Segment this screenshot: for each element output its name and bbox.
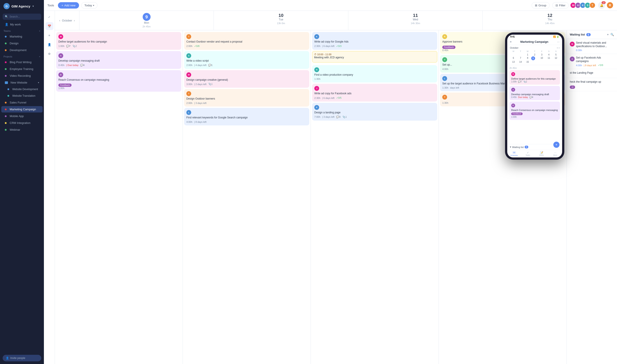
nav-list-icon[interactable]: ≡ bbox=[45, 31, 53, 39]
mobile-more-icon[interactable]: ··· bbox=[557, 40, 560, 43]
notification-button[interactable]: 🔔 12 bbox=[598, 2, 605, 9]
mini-next[interactable]: › bbox=[559, 46, 560, 49]
mobile-tab-more[interactable]: ··· More bbox=[548, 150, 562, 157]
sidebar-item-webinar[interactable]: Webinar bbox=[1, 127, 42, 133]
d3[interactable]: 3 bbox=[538, 53, 545, 56]
d5[interactable]: 5 bbox=[552, 53, 560, 56]
task-design-creative[interactable]: M Design campaign creative (general) 3:0… bbox=[184, 70, 309, 88]
sidebar-item-crm[interactable]: CRM Integration bbox=[1, 120, 42, 126]
d2[interactable]: 2 bbox=[531, 53, 538, 56]
mobile-time: 9:41 bbox=[510, 36, 515, 38]
avatar-5: T bbox=[589, 2, 595, 8]
mobile-task-2[interactable]: A Develop campaign messaging draft 0:45h… bbox=[509, 86, 560, 100]
sidebar-item-newwebsite[interactable]: New Website ▾ bbox=[1, 79, 42, 86]
add-waiting-icon[interactable]: + bbox=[607, 33, 609, 36]
tasks-icon: ✓ bbox=[527, 151, 529, 154]
task-time: 1:30h bbox=[442, 86, 448, 89]
nav-check-icon[interactable]: ✓ bbox=[45, 13, 53, 21]
waiting-item-2[interactable]: A Set up Facebook Ads campaigns 4:00h | … bbox=[567, 54, 617, 69]
logo-icon: G bbox=[3, 3, 10, 9]
task-landing-page[interactable]: P Design a landing page 7:00h | 3 days l… bbox=[312, 103, 437, 121]
d11[interactable]: 11 bbox=[545, 56, 552, 60]
waiting-item-1[interactable]: M Send visual materials and specificatio… bbox=[567, 39, 617, 54]
add-team-icon[interactable]: + bbox=[39, 30, 40, 32]
task-days: | 3 days left bbox=[322, 116, 334, 118]
d7[interactable]: 7 bbox=[517, 56, 524, 60]
meeting-block[interactable]: ⏱ 10:00 - 11:00 Meeting with JCD agency bbox=[312, 51, 437, 63]
d6[interactable]: 6 bbox=[510, 56, 517, 60]
prev-arrow[interactable]: ‹ bbox=[58, 18, 61, 23]
invite-button[interactable]: 👤 Invite people bbox=[3, 355, 41, 361]
mobile-task-badge: Feedback bbox=[511, 113, 523, 115]
task-google-ads[interactable]: K Write ad copy for Google Ads 2:30h | 6… bbox=[312, 32, 437, 50]
mobile-task-1[interactable]: M Define target audiences for this campa… bbox=[509, 70, 560, 85]
d13[interactable]: 13 bbox=[510, 60, 517, 64]
mini-prev[interactable]: ‹ bbox=[557, 46, 558, 49]
waiting-count: 5 bbox=[586, 33, 591, 36]
nav-settings-icon[interactable]: ⚙ bbox=[45, 50, 53, 58]
task-time: 1:00h bbox=[58, 87, 65, 90]
d12[interactable]: 12 bbox=[552, 56, 560, 60]
today-button[interactable]: Today ▾ bbox=[81, 2, 98, 9]
task-define-target[interactable]: M Define target audiences for this campa… bbox=[56, 32, 181, 50]
mobile-tab-schedule[interactable]: 13 Schedule bbox=[507, 150, 521, 157]
d15[interactable]: 15 bbox=[524, 60, 531, 64]
chevron-icon: ▾ bbox=[38, 81, 39, 84]
d9[interactable]: 9 bbox=[531, 56, 535, 60]
group-button[interactable]: ⊞ Group bbox=[532, 2, 550, 9]
task-meta: 3:00h | 2 days left 📎1 bbox=[186, 83, 307, 86]
marketing-campaign-dot bbox=[5, 109, 7, 110]
calendar-columns: M Define target audiences for this campa… bbox=[55, 30, 566, 364]
task-comments: 💬4 bbox=[80, 64, 85, 67]
mobile-tab-tasks[interactable]: ✓ Tasks bbox=[521, 150, 535, 157]
task-avatar: R bbox=[442, 34, 447, 39]
add-new-button[interactable]: + Add new bbox=[58, 2, 79, 9]
my-work-item[interactable]: 👤 My work bbox=[1, 21, 42, 28]
waiting-days: | 8 days left bbox=[584, 64, 596, 67]
sidebar-item-development[interactable]: Development bbox=[1, 47, 42, 53]
sidebar-item-webtrans[interactable]: Website Translation bbox=[1, 93, 42, 99]
day-number-9: 9 bbox=[143, 13, 151, 21]
mobile-tab-notes[interactable]: 📝 Notes bbox=[535, 150, 548, 157]
sidebar-item-design[interactable]: Design bbox=[1, 40, 42, 47]
mobile-menu-icon[interactable]: ≡ bbox=[510, 40, 512, 43]
d14[interactable]: 14 bbox=[517, 60, 524, 64]
sidebar-item-webdev[interactable]: Website Development bbox=[1, 86, 42, 92]
nav-calendar-icon[interactable]: 📅 bbox=[45, 22, 53, 30]
task-design-banners[interactable]: T Design Outdoor banners 2:00h | 3 days … bbox=[184, 89, 309, 106]
sidebar-item-blog[interactable]: Blog Post Writing bbox=[1, 59, 42, 65]
task-reach-consensus[interactable]: D Reach Consensus on campaign messaging … bbox=[56, 70, 181, 92]
user-avatar[interactable]: R bbox=[606, 2, 614, 9]
mobile-label: Mobile App bbox=[10, 115, 24, 118]
sidebar-item-video[interactable]: Video Recording bbox=[1, 73, 42, 79]
d4[interactable]: 4 bbox=[545, 53, 552, 56]
task-contact-vendor[interactable]: T Contact Ourdoor vendor and request a p… bbox=[184, 32, 309, 50]
sidebar-item-marketing[interactable]: Marketing bbox=[1, 33, 42, 40]
add-project-icon[interactable]: + bbox=[39, 55, 40, 58]
waiting-item-4[interactable]: heck the final campaign up nt bbox=[567, 78, 617, 91]
task-meta: 2:00h | 3 days left bbox=[186, 102, 307, 104]
d8[interactable]: 8 bbox=[524, 56, 531, 60]
day-header-mon: 9 Mon 2h 45m bbox=[79, 11, 214, 30]
task-find-keywords[interactable]: L Find relevant keywords for Google Sear… bbox=[184, 108, 309, 125]
sidebar-item-sales[interactable]: Sales Funnel bbox=[1, 99, 42, 106]
next-arrow[interactable]: › bbox=[73, 18, 76, 23]
d10[interactable]: 10 bbox=[538, 56, 545, 60]
filter-button[interactable]: ⊟ Filter bbox=[552, 2, 569, 9]
waiting-item-3[interactable]: st the Landing Page bbox=[567, 69, 617, 78]
sidebar-item-marketing-campaign[interactable]: Marketing Campaign bbox=[1, 106, 42, 113]
mobile-fab-button[interactable]: + bbox=[553, 142, 560, 148]
sidebar-item-training[interactable]: Employee Training bbox=[1, 66, 42, 72]
mobile-task-3[interactable]: D Reach Consensus on campaign messaging … bbox=[509, 102, 560, 120]
sidebar-item-mobile[interactable]: Mobile App bbox=[1, 113, 42, 119]
nav-person-icon[interactable]: 👤 bbox=[45, 40, 53, 49]
search-box[interactable]: 🔍 Search... bbox=[3, 13, 41, 20]
task-video-script[interactable]: S Write a video script 2:00h | 4 days le… bbox=[184, 51, 309, 69]
blog-dot bbox=[5, 61, 7, 63]
search-waiting-icon[interactable]: 🔍 bbox=[610, 33, 614, 36]
task-facebook-ads[interactable]: J Write ad copy for Facebook ads 2:30h |… bbox=[312, 84, 437, 102]
task-video-company[interactable]: N Find a video production company 1:30h bbox=[312, 65, 437, 83]
app-logo[interactable]: G GIM Agency ▾ bbox=[0, 0, 44, 12]
d1[interactable]: 1 bbox=[524, 53, 531, 56]
task-develop-messaging[interactable]: A Develop campaign messaging draft 0:45h… bbox=[56, 51, 181, 69]
